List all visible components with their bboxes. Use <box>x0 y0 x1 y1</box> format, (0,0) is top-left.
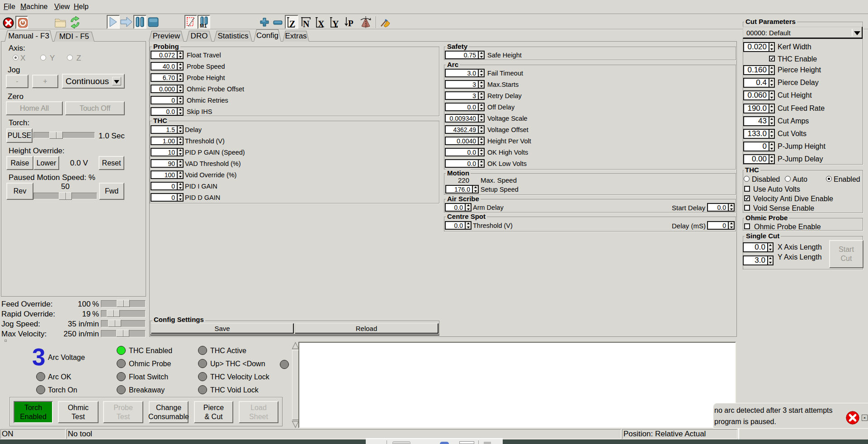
svg-text:Z: Z <box>289 19 295 28</box>
svg-text:X: X <box>318 19 325 28</box>
svg-text:M1: M1 <box>200 23 207 28</box>
svg-text:P: P <box>348 19 354 28</box>
svg-text:Y: Y <box>332 19 339 28</box>
svg-text:N: N <box>303 19 310 28</box>
